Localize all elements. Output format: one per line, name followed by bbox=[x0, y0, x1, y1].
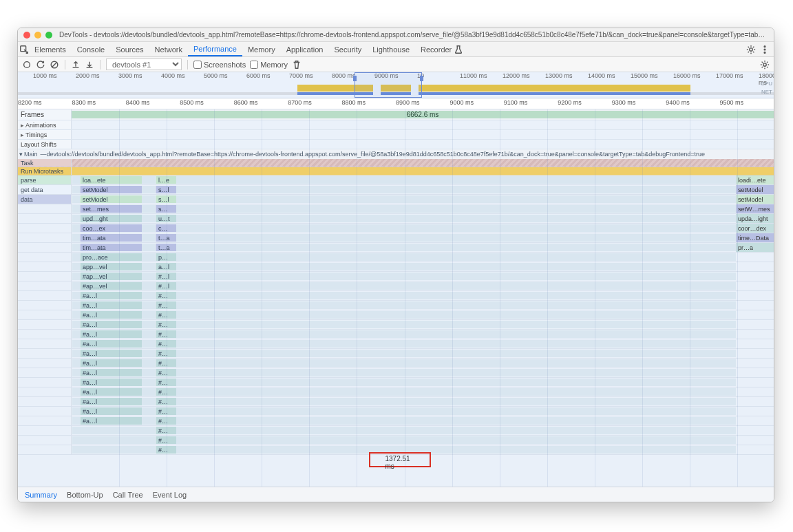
tab-recorder[interactable]: Recorder bbox=[415, 42, 469, 56]
flame-bar[interactable]: setModel bbox=[80, 186, 142, 193]
flame-bar[interactable]: #… bbox=[156, 292, 176, 299]
flame-bar[interactable]: set…mes bbox=[80, 205, 142, 213]
tab-elements[interactable]: Elements bbox=[29, 42, 72, 56]
flame-bar[interactable]: #… bbox=[156, 446, 176, 454]
tab-application[interactable]: Application bbox=[281, 42, 329, 56]
flame-right-label[interactable]: pr…a bbox=[736, 243, 774, 252]
flame-bar[interactable]: t…a bbox=[156, 244, 176, 251]
flame-bar[interactable]: #… bbox=[156, 388, 176, 396]
flame-row[interactable]: #… bbox=[18, 436, 774, 445]
flame-right-label[interactable]: time…Data bbox=[736, 233, 774, 242]
flame-bar[interactable]: u…t bbox=[156, 215, 176, 222]
tab-sources[interactable]: Sources bbox=[110, 42, 149, 56]
flame-bar[interactable]: app…vel bbox=[80, 263, 142, 270]
flame-row[interactable]: datasetModels…lsetModel bbox=[18, 195, 774, 204]
record-icon[interactable] bbox=[22, 60, 32, 70]
flame-row[interactable]: set…mess…setW…mes bbox=[18, 204, 774, 214]
flame-row[interactable]: #a…l#… bbox=[18, 349, 774, 359]
minimize-window-button[interactable] bbox=[34, 32, 41, 39]
flame-right-label[interactable]: setModel bbox=[736, 195, 774, 204]
flame-row[interactable]: get datasetModels…lsetModel bbox=[18, 185, 774, 195]
tab-event-log[interactable]: Event Log bbox=[153, 491, 187, 499]
trash-icon[interactable] bbox=[292, 60, 302, 70]
flame-row[interactable]: #a…l#… bbox=[18, 416, 774, 426]
flame-bar[interactable]: c… bbox=[156, 224, 176, 232]
screenshots-checkbox[interactable]: Screenshots bbox=[193, 61, 246, 69]
flame-right-label[interactable]: upda…ight bbox=[736, 214, 774, 223]
flame-row[interactable]: #a…l#… bbox=[18, 339, 774, 349]
flame-bar[interactable]: #… bbox=[156, 340, 176, 348]
flame-bar[interactable]: s… bbox=[156, 205, 176, 213]
flame-bar[interactable]: #…l bbox=[156, 273, 176, 280]
flame-bar[interactable]: #a…l bbox=[80, 398, 142, 405]
flame-bar[interactable]: tim…ata bbox=[80, 244, 142, 251]
flame-row[interactable]: #a…l#… bbox=[18, 397, 774, 407]
flame-bar[interactable]: #a…l bbox=[80, 369, 142, 376]
flame-bar[interactable]: #a…l bbox=[80, 321, 142, 328]
flame-bar[interactable]: #a…l bbox=[80, 350, 142, 357]
tab-summary[interactable]: Summary bbox=[25, 491, 57, 499]
flame-bar[interactable]: l…e bbox=[156, 176, 176, 184]
flame-bar[interactable]: #…l bbox=[156, 282, 176, 290]
flame-bar[interactable]: #… bbox=[156, 330, 176, 338]
flame-row[interactable]: #a…l#… bbox=[18, 291, 774, 301]
flame-bar[interactable]: upd…ght bbox=[80, 215, 142, 222]
flame-bar[interactable]: coo…ex bbox=[80, 224, 142, 232]
flame-bar[interactable]: #… bbox=[156, 369, 176, 376]
flame-bar[interactable]: #a…l bbox=[80, 330, 142, 338]
flame-right-label[interactable]: loadi…ete bbox=[736, 175, 774, 184]
tab-console[interactable]: Console bbox=[72, 42, 110, 56]
flame-row[interactable]: tim…atat…apr…a bbox=[18, 243, 774, 253]
flame-row[interactable]: #ap…vel#…l bbox=[18, 272, 774, 281]
flame-bar[interactable]: #a…l bbox=[80, 340, 142, 348]
more-icon[interactable] bbox=[760, 45, 770, 54]
flame-bar[interactable]: #a…l bbox=[80, 301, 142, 309]
flame-row[interactable]: app…vela…l bbox=[18, 262, 774, 272]
flame-bar[interactable]: #a…l bbox=[80, 417, 142, 425]
tab-call-tree[interactable]: Call Tree bbox=[113, 491, 143, 499]
flame-row[interactable]: #ap…vel#…l bbox=[18, 281, 774, 291]
flame-bar[interactable]: #… bbox=[156, 398, 176, 405]
flame-bar[interactable]: #… bbox=[156, 350, 176, 357]
animations-track[interactable]: ▸Animations bbox=[18, 120, 774, 130]
download-icon[interactable] bbox=[85, 60, 94, 70]
flame-bar[interactable]: t…a bbox=[156, 234, 176, 242]
flame-bar[interactable]: #ap…vel bbox=[80, 273, 142, 280]
layout-shifts-track[interactable]: Layout Shifts bbox=[18, 140, 774, 149]
zoom-window-button[interactable] bbox=[45, 32, 52, 39]
flame-bar[interactable]: #… bbox=[156, 311, 176, 319]
overview-handle-right[interactable] bbox=[420, 76, 423, 81]
flame-row[interactable]: #a…l#… bbox=[18, 330, 774, 339]
flamechart-area[interactable]: Frames 6662.6 ms ▸Animations ▸Timings La… bbox=[18, 109, 774, 487]
flame-bar[interactable]: #a…l bbox=[80, 292, 142, 299]
upload-icon[interactable] bbox=[71, 60, 81, 70]
timeline-ruler[interactable]: 8200 ms8300 ms8400 ms8500 ms8600 ms8700 … bbox=[18, 98, 774, 109]
flame-row[interactable]: #a…l#… bbox=[18, 378, 774, 387]
flame-bar[interactable]: #… bbox=[156, 417, 176, 425]
flame-bar[interactable]: setModel bbox=[80, 195, 142, 203]
overview-handle-left[interactable] bbox=[353, 76, 357, 81]
tab-memory[interactable]: Memory bbox=[242, 42, 281, 56]
gear-icon[interactable] bbox=[746, 45, 756, 54]
flame-bar[interactable]: #… bbox=[156, 301, 176, 309]
caret-right-icon[interactable]: ▸ bbox=[21, 131, 24, 138]
overview-window[interactable] bbox=[355, 72, 423, 98]
flame-bar[interactable]: #… bbox=[156, 436, 176, 444]
caret-down-icon[interactable]: ▾ bbox=[19, 151, 23, 158]
flame-bar[interactable]: #… bbox=[156, 407, 176, 415]
flame-bar[interactable]: #a…l bbox=[80, 379, 142, 386]
flame-right-label[interactable]: setModel bbox=[736, 185, 774, 194]
flame-bar[interactable]: loa…ete bbox=[80, 176, 142, 184]
flame-bar[interactable]: #… bbox=[156, 359, 176, 367]
timeline-overview[interactable]: 1000 ms2000 ms3000 ms4000 ms5000 ms6000 … bbox=[18, 72, 774, 98]
flame-bar[interactable]: pro…ace bbox=[80, 253, 142, 261]
flame-row[interactable]: #a…l#… bbox=[18, 387, 774, 397]
flame-bar[interactable]: #… bbox=[156, 427, 176, 434]
reload-icon[interactable] bbox=[36, 60, 45, 70]
flame-bar[interactable]: #a…l bbox=[80, 388, 142, 396]
tab-lighthouse[interactable]: Lighthouse bbox=[367, 42, 415, 56]
tab-security[interactable]: Security bbox=[328, 42, 367, 56]
inspect-icon[interactable] bbox=[19, 45, 29, 54]
flame-bar[interactable]: a…l bbox=[156, 263, 176, 270]
flame-bar[interactable]: #… bbox=[156, 379, 176, 386]
